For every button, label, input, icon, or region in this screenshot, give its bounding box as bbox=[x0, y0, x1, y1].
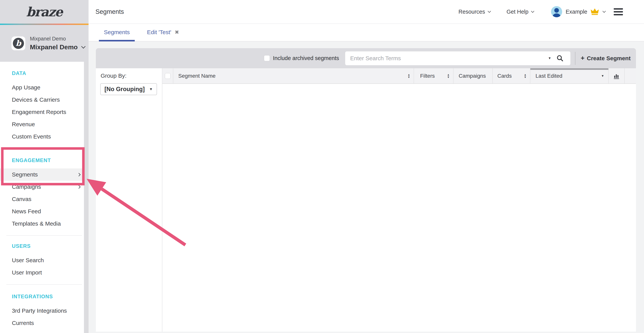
sidebar-scrollbar[interactable] bbox=[84, 62, 88, 333]
braze-b-icon: b bbox=[13, 38, 24, 49]
segments-table: Segment Name ▲▼ Filters ▲▼ Campaigns Car… bbox=[162, 68, 636, 332]
chevron-right-icon bbox=[77, 173, 80, 176]
page-title: Segments bbox=[96, 8, 124, 15]
braze-logo: braze bbox=[26, 5, 62, 19]
user-name: Example bbox=[566, 9, 587, 15]
section-header-integrations: INTEGRATIONS bbox=[0, 290, 88, 303]
bar-chart-icon bbox=[613, 73, 620, 79]
chevron-down-icon bbox=[531, 10, 534, 13]
select-all-cell bbox=[162, 68, 173, 84]
table-header-row: Segment Name ▲▼ Filters ▲▼ Campaigns Car… bbox=[162, 68, 636, 84]
sort-icon[interactable]: ▲▼ bbox=[408, 74, 410, 79]
sidebar-divider bbox=[6, 235, 82, 236]
group-by-select[interactable]: [No Grouping] ▼ bbox=[100, 83, 157, 95]
tab-bar: Segments Edit 'Test' ✖ bbox=[88, 24, 644, 42]
sort-icon[interactable]: ▲▼ bbox=[447, 74, 450, 79]
sidebar-item-user-import[interactable]: User Import bbox=[0, 266, 88, 279]
sidebar-item-3rd-party-integrations[interactable]: 3rd Party Integrations bbox=[0, 305, 88, 317]
table-body-empty bbox=[162, 84, 636, 332]
column-segment-name[interactable]: Segment Name ▲▼ bbox=[173, 68, 414, 84]
group-by-label: Group By: bbox=[100, 73, 162, 79]
sidebar-item-engagement-reports[interactable]: Engagement Reports bbox=[0, 106, 88, 118]
column-filters[interactable]: Filters ▲▼ bbox=[414, 68, 453, 84]
user-avatar[interactable] bbox=[551, 6, 562, 17]
column-analytics[interactable] bbox=[608, 68, 624, 84]
chevron-down-icon[interactable] bbox=[602, 10, 606, 13]
plus-icon: + bbox=[581, 54, 584, 62]
group-by-panel: Group By: [No Grouping] ▼ bbox=[96, 68, 162, 332]
top-header: Segments Resources Get Help Example bbox=[88, 0, 644, 24]
hamburger-menu-icon[interactable] bbox=[614, 8, 623, 15]
include-archived-checkbox[interactable] bbox=[264, 55, 270, 61]
workspace-selector[interactable]: b Mixpanel Demo Mixpanel Demo bbox=[0, 25, 88, 62]
sidebar-item-revenue[interactable]: Revenue bbox=[0, 118, 88, 130]
chevron-right-icon bbox=[77, 185, 80, 189]
sidebar-item-news-feed[interactable]: News Feed bbox=[0, 205, 88, 217]
sidebar: braze b Mixpanel Demo Mixpanel Demo DATA… bbox=[0, 0, 88, 333]
search-icon[interactable] bbox=[556, 55, 564, 62]
tab-segments[interactable]: Segments bbox=[99, 24, 135, 41]
sidebar-divider bbox=[6, 284, 82, 285]
sort-icon[interactable]: ▲▼ bbox=[524, 74, 526, 79]
sidebar-nav: DATA App Usage Devices & Carriers Engage… bbox=[0, 62, 88, 329]
section-header-users: USERS bbox=[0, 240, 88, 252]
sidebar-item-currents[interactable]: Currents bbox=[0, 317, 88, 329]
include-archived-toggle[interactable]: Include archived segments bbox=[264, 55, 339, 61]
sort-desc-icon[interactable]: ▼ bbox=[601, 74, 604, 78]
workspace-name: Mixpanel Demo bbox=[30, 43, 78, 51]
section-header-data: DATA bbox=[0, 67, 88, 79]
select-all-checkbox[interactable] bbox=[165, 73, 170, 79]
sidebar-item-devices-carriers[interactable]: Devices & Carriers bbox=[0, 94, 88, 106]
sidebar-item-user-search[interactable]: User Search bbox=[0, 254, 88, 266]
segments-toolbar: Include archived segments ▼ + Create Seg… bbox=[96, 48, 636, 68]
header-filler-cell bbox=[624, 68, 636, 84]
sidebar-item-templates-media[interactable]: Templates & Media bbox=[0, 217, 88, 230]
sidebar-item-custom-events[interactable]: Custom Events bbox=[0, 130, 88, 143]
sidebar-item-campaigns[interactable]: Campaigns bbox=[0, 181, 88, 193]
create-segment-button[interactable]: + Create Segment bbox=[576, 55, 636, 62]
tab-edit-test[interactable]: Edit 'Test' ✖ bbox=[142, 24, 184, 41]
group-by-value: [No Grouping] bbox=[104, 86, 145, 93]
braze-dashboard: braze b Mixpanel Demo Mixpanel Demo DATA… bbox=[0, 0, 644, 333]
section-header-engagement: ENGAGEMENT bbox=[0, 154, 88, 167]
column-cards[interactable]: Cards ▲▼ bbox=[492, 68, 530, 84]
caret-down-icon: ▼ bbox=[149, 87, 153, 91]
main-area: Segments Resources Get Help Example bbox=[88, 0, 644, 333]
sidebar-item-segments[interactable]: Segments bbox=[0, 168, 88, 181]
sorted-column-indicator bbox=[530, 68, 608, 70]
resources-menu[interactable]: Resources bbox=[458, 9, 490, 15]
search-dropdown-caret-icon[interactable]: ▼ bbox=[548, 56, 551, 60]
crown-icon bbox=[590, 8, 599, 16]
workspace-label: Mixpanel Demo bbox=[30, 36, 85, 42]
search-input[interactable] bbox=[345, 51, 570, 65]
column-last-edited[interactable]: Last Edited ▼ bbox=[530, 68, 608, 84]
chevron-down-icon bbox=[488, 10, 491, 13]
close-icon[interactable]: ✖ bbox=[175, 29, 179, 35]
include-archived-label: Include archived segments bbox=[273, 55, 339, 61]
sidebar-item-canvas[interactable]: Canvas bbox=[0, 193, 88, 205]
sidebar-item-app-usage[interactable]: App Usage bbox=[0, 81, 88, 94]
get-help-menu[interactable]: Get Help bbox=[506, 9, 534, 15]
search-box: ▼ bbox=[345, 51, 570, 65]
brand-gradient-bar bbox=[0, 24, 88, 25]
column-campaigns[interactable]: Campaigns bbox=[453, 68, 492, 84]
logo-area: braze bbox=[0, 0, 88, 24]
workspace-icon: b bbox=[12, 37, 25, 50]
chevron-down-icon[interactable] bbox=[81, 44, 86, 49]
